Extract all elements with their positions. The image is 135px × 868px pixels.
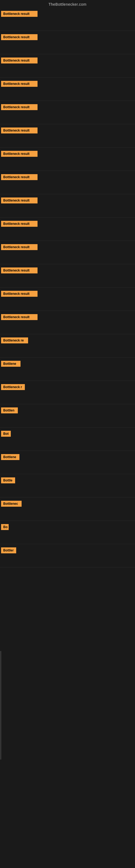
vertical-line: [1, 651, 1, 760]
bottleneck-bar[interactable]: Bottleneck result: [1, 11, 38, 17]
bottleneck-bar[interactable]: Bottleneck r: [1, 384, 25, 390]
bottleneck-row: Bottleneck result: [0, 54, 135, 78]
bottleneck-bar[interactable]: Bottleneck result: [1, 268, 38, 273]
bottleneck-row: Bottleneck result: [0, 124, 135, 148]
bottleneck-row: Bottle: [0, 474, 135, 497]
bottleneck-bar[interactable]: Bottleneck result: [1, 81, 38, 87]
bottleneck-row: Bottleneck result: [0, 171, 135, 194]
bottleneck-bar[interactable]: Bottler: [1, 547, 16, 553]
bottleneck-bar[interactable]: Bottleneck result: [1, 291, 38, 297]
bottleneck-bar[interactable]: Bottlene: [1, 361, 20, 367]
bottleneck-row: Bottleneck re: [0, 334, 135, 358]
bottleneck-row: Bottleneck result: [0, 101, 135, 124]
bottleneck-row: Bottleneck result: [0, 148, 135, 171]
bottleneck-bar[interactable]: Bo: [1, 524, 9, 530]
bottleneck-row: Bottlene: [0, 358, 135, 381]
bottleneck-bar[interactable]: Bottleneck result: [1, 34, 38, 40]
bottleneck-row: Bottlenec: [0, 497, 135, 521]
bottleneck-row: Bottleneck result: [0, 8, 135, 31]
bottleneck-row: Bottler: [0, 544, 135, 567]
bottleneck-row: Bottleneck result: [0, 194, 135, 218]
bottleneck-row: Bo: [0, 521, 135, 544]
bottleneck-row: Bottleneck result: [0, 31, 135, 54]
bottleneck-bar[interactable]: Bot: [1, 431, 11, 437]
bottleneck-row: Bottleneck result: [0, 311, 135, 334]
bottleneck-bar[interactable]: Bottleneck result: [1, 127, 38, 133]
bottleneck-bar[interactable]: Bottleneck re: [1, 337, 28, 343]
bottleneck-row: Bottleneck result: [0, 218, 135, 241]
bottleneck-bar[interactable]: Bottle: [1, 477, 15, 484]
site-title: TheBottlenecker.com: [0, 0, 135, 8]
bottleneck-row: Bottleneck result: [0, 287, 135, 311]
bottleneck-bar[interactable]: Bottleneck result: [1, 314, 38, 320]
bottleneck-bar[interactable]: Bottleneck result: [1, 197, 38, 204]
bottleneck-row: Bot: [0, 428, 135, 451]
bottleneck-row: Bottleneck result: [0, 264, 135, 287]
bottleneck-bar[interactable]: Bottlenec: [1, 501, 21, 507]
bottleneck-bar[interactable]: Bottleneck result: [1, 221, 38, 227]
bottleneck-row: Bottleneck result: [0, 241, 135, 264]
bottleneck-bar[interactable]: Bottleneck result: [1, 58, 38, 63]
bottleneck-bar[interactable]: Bottleneck result: [1, 151, 38, 157]
bottleneck-row: Bottleneck r: [0, 381, 135, 404]
bottleneck-row: Bottleneck result: [0, 78, 135, 101]
bottleneck-bar[interactable]: Bottleneck result: [1, 244, 38, 250]
bottleneck-bar[interactable]: Bottlene: [1, 454, 19, 460]
bottleneck-row: Bottlene: [0, 451, 135, 474]
bottleneck-row: Bottlen: [0, 404, 135, 428]
bottleneck-bar[interactable]: Bottleneck result: [1, 174, 38, 180]
bottleneck-bar[interactable]: Bottleneck result: [1, 104, 38, 110]
bottleneck-bar[interactable]: Bottlen: [1, 407, 18, 413]
